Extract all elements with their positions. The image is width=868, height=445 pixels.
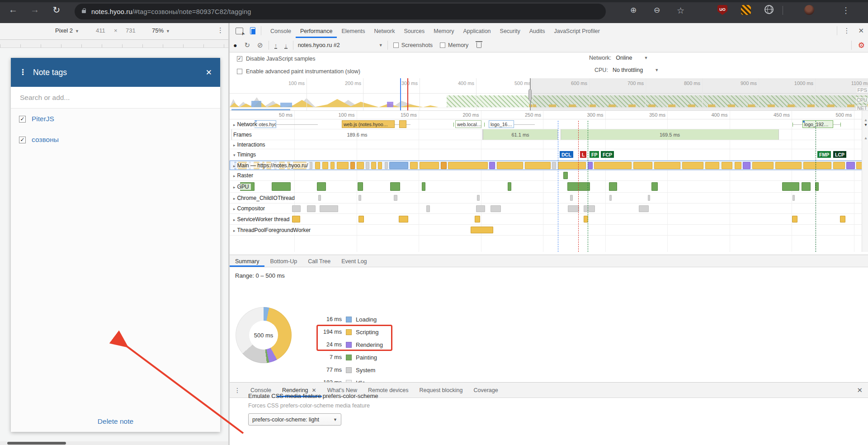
screenshots-checkbox[interactable]: Screenshots bbox=[393, 42, 433, 48]
activity-bar[interactable] bbox=[570, 195, 573, 201]
disclosure-triangle-icon[interactable]: ▸ bbox=[233, 228, 236, 233]
disclosure-triangle-icon[interactable]: ▸ bbox=[233, 185, 236, 189]
activity-bar[interactable] bbox=[552, 162, 556, 169]
activity-bar[interactable] bbox=[491, 205, 501, 212]
activity-bar[interactable] bbox=[651, 182, 658, 191]
network-request-box[interactable]: logo_16… bbox=[489, 120, 514, 128]
track-label[interactable]: Frames bbox=[233, 132, 254, 138]
activity-bar[interactable] bbox=[594, 162, 632, 169]
activity-bar[interactable] bbox=[350, 162, 355, 169]
profile-history-select[interactable]: notes.hyoo.ru #2▼ bbox=[295, 42, 386, 48]
network-request-box[interactable] bbox=[399, 120, 406, 128]
devtools-tab-performance[interactable]: Performance bbox=[296, 24, 337, 38]
track-label[interactable]: ▸Network bbox=[233, 121, 259, 128]
track-label[interactable]: ▸ServiceWorker thread bbox=[233, 216, 291, 222]
network-request-box[interactable]: logo_192… bbox=[802, 120, 833, 128]
activity-bar[interactable] bbox=[508, 182, 511, 191]
activity-bar[interactable] bbox=[802, 182, 811, 191]
dialog-header[interactable]: ⋮ Note tags ✕ bbox=[11, 58, 220, 87]
activity-bar[interactable] bbox=[317, 182, 326, 191]
activity-bar[interactable] bbox=[648, 195, 650, 201]
disclosure-triangle-icon[interactable]: ▾ bbox=[233, 153, 236, 157]
track-interactions[interactable]: ▸Interactions bbox=[230, 140, 868, 149]
tag-row[interactable]: ✓созвоны bbox=[11, 129, 220, 150]
disclosure-triangle-icon[interactable]: ▸ bbox=[233, 143, 236, 147]
activity-bar[interactable] bbox=[322, 162, 328, 169]
activity-bar[interactable] bbox=[682, 162, 703, 169]
devtools-tab-elements[interactable]: Elements bbox=[337, 24, 369, 38]
activity-bar[interactable] bbox=[337, 162, 349, 169]
activity-bar[interactable] bbox=[272, 182, 291, 191]
track-raster[interactable]: ▸Raster bbox=[230, 170, 868, 181]
track-label[interactable]: ▸Chrome_ChildIOThread bbox=[233, 195, 297, 201]
activity-bar[interactable] bbox=[735, 162, 741, 169]
scroll-up2-icon[interactable]: ▴ bbox=[862, 135, 868, 140]
activity-bar[interactable] bbox=[366, 162, 369, 169]
disclosure-triangle-icon[interactable]: ▸ bbox=[233, 123, 236, 127]
activity-bar[interactable] bbox=[609, 195, 612, 201]
activity-bar[interactable] bbox=[782, 182, 799, 191]
devtools-close-icon[interactable]: ✕ bbox=[854, 27, 868, 35]
activity-bar[interactable] bbox=[722, 162, 732, 169]
activity-bar[interactable] bbox=[378, 162, 382, 169]
devtools-tab-network[interactable]: Network bbox=[370, 24, 400, 38]
activity-bar[interactable] bbox=[705, 162, 719, 169]
activity-bar[interactable] bbox=[448, 162, 488, 169]
device-toolbar-toggle-icon[interactable] bbox=[250, 27, 255, 34]
record-button[interactable]: ● bbox=[230, 42, 241, 49]
activity-bar[interactable] bbox=[568, 205, 579, 212]
activity-bar[interactable] bbox=[752, 162, 774, 169]
activity-bar[interactable] bbox=[584, 205, 595, 212]
activity-bar[interactable] bbox=[410, 162, 418, 169]
device-height-field[interactable]: 731 bbox=[126, 27, 136, 34]
summary-tab-bottomup[interactable]: Bottom-Up bbox=[264, 256, 302, 267]
device-width-field[interactable]: 411 bbox=[96, 27, 105, 34]
delete-profile-icon[interactable] bbox=[476, 43, 481, 48]
summary-tab-summary[interactable]: Summary bbox=[230, 256, 264, 267]
frame-duration-segment[interactable]: 61.1 ms bbox=[483, 129, 558, 140]
activity-bar[interactable] bbox=[558, 162, 586, 169]
activity-bar[interactable] bbox=[385, 162, 388, 169]
activity-bar[interactable] bbox=[441, 162, 447, 169]
drawer-menu-icon[interactable]: ⋮ bbox=[230, 387, 245, 394]
activity-bar[interactable] bbox=[563, 172, 568, 179]
network-request-box[interactable]: web.local… bbox=[455, 120, 481, 128]
activity-bar[interactable] bbox=[833, 162, 845, 169]
activity-bar[interactable] bbox=[609, 182, 617, 191]
disclosure-triangle-icon[interactable]: ▸ bbox=[233, 196, 236, 201]
ublock-extension-icon[interactable]: UO bbox=[717, 5, 727, 15]
activity-bar[interactable] bbox=[318, 195, 321, 201]
track-network[interactable]: ▸Networknotes.hyoo…web.js (notes.hyoo…we… bbox=[230, 119, 868, 129]
activity-bar[interactable] bbox=[633, 162, 652, 169]
scroll-up-icon[interactable]: ▴ bbox=[862, 117, 868, 122]
scroll-down-icon[interactable]: ▾ bbox=[862, 122, 868, 127]
devtools-tab-audits[interactable]: Audits bbox=[525, 24, 550, 38]
advanced-paint-checkbox[interactable] bbox=[237, 69, 242, 74]
activity-bar[interactable] bbox=[394, 195, 397, 201]
dialog-close-icon[interactable]: ✕ bbox=[206, 68, 212, 77]
scrollbar-thumb[interactable] bbox=[7, 442, 66, 445]
activity-bar[interactable] bbox=[584, 216, 588, 222]
track-label[interactable]: ▾Timings bbox=[233, 151, 258, 158]
activity-bar[interactable] bbox=[639, 205, 649, 212]
activity-bar[interactable] bbox=[426, 205, 430, 212]
track-serviceworker[interactable]: ▸ServiceWorker thread bbox=[230, 214, 868, 225]
drag-handle-icon[interactable]: ⋮ bbox=[19, 69, 27, 76]
track-frames[interactable]: Frames189.6 ms61.1 ms169.5 ms bbox=[230, 129, 868, 140]
activity-bar[interactable] bbox=[357, 162, 364, 169]
track-compositor[interactable]: ▸Compositor bbox=[230, 204, 868, 214]
activity-bar[interactable] bbox=[315, 162, 320, 169]
activity-bar[interactable] bbox=[588, 162, 593, 169]
devtools-tab-sources[interactable]: Sources bbox=[399, 24, 429, 38]
track-threadpoolforegroundworker[interactable]: ▸ThreadPoolForegroundWorker bbox=[230, 225, 868, 236]
activity-bar[interactable] bbox=[471, 227, 493, 233]
activity-bar[interactable] bbox=[654, 162, 680, 169]
activity-bar[interactable] bbox=[390, 182, 400, 191]
drawer-tab-coverage[interactable]: Coverage bbox=[468, 383, 503, 397]
back-button[interactable]: ← bbox=[6, 5, 20, 15]
disclosure-triangle-icon[interactable]: ▸ bbox=[233, 207, 236, 211]
drawer-tab-requestblocking[interactable]: Request blocking bbox=[414, 383, 468, 397]
flame-chart[interactable]: 50 ms100 ms150 ms200 ms250 ms300 ms350 m… bbox=[230, 111, 868, 252]
track-label[interactable]: ▸Raster bbox=[233, 172, 255, 179]
reload-profile-button[interactable]: ↻ bbox=[241, 41, 254, 49]
